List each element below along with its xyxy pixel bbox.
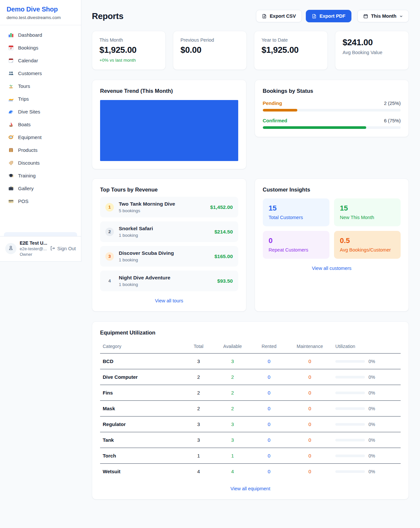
sign-out-icon (50, 246, 55, 252)
sidebar-item-tours[interactable]: Tours (4, 80, 77, 92)
tile-value: 15 (340, 204, 395, 213)
equipment-category: Tank (100, 432, 183, 448)
tile-value: 0.5 (340, 236, 395, 245)
utilization-bar (335, 470, 365, 473)
stat-card-year-to-date: Year to Date $1,925.00 (254, 31, 328, 70)
export-pdf-button[interactable]: Export PDF (306, 10, 351, 22)
equipment-rented: 0 (251, 432, 287, 448)
sidebar-item-gallery[interactable]: Gallery (4, 182, 77, 194)
period-dropdown[interactable]: This Month (357, 10, 409, 22)
view-all-equipment-link[interactable]: View all equipment (100, 486, 401, 491)
customer-insights-card: Customer Insights 15 Total Customers 15 … (255, 178, 409, 312)
sidebar-item-label: Dashboard (18, 32, 42, 38)
sidebar-item-label: Tours (18, 83, 30, 89)
equipment-category: Regulator (100, 416, 183, 432)
tile-label: Repeat Customers (269, 247, 324, 253)
island-icon (8, 83, 14, 89)
equipment-rented: 0 (251, 354, 287, 369)
tile-new-this-month: 15 New This Month (334, 198, 401, 226)
column-header-utilization: Utilization (333, 340, 401, 354)
status-bar-track (263, 109, 401, 112)
equipment-available: 3 (214, 354, 251, 369)
sidebar-item-label: Training (18, 173, 36, 178)
equipment-category: Torch (100, 448, 183, 464)
rank-badge: 3 (105, 252, 114, 261)
equipment-total: 2 (183, 385, 214, 401)
revenue-trend-title: Revenue Trend (This Month) (100, 88, 238, 94)
sidebar-item-label: Discounts (18, 160, 40, 166)
equipment-total: 3 (183, 432, 214, 448)
equipment-maintenance: 0 (287, 464, 333, 479)
sidebar-item-label: Bookings (18, 45, 38, 51)
stat-cards: This Month $1,925.00 +0% vs last month P… (92, 31, 409, 70)
calendar-icon (8, 57, 14, 63)
tour-bookings: 1 booking (119, 257, 174, 262)
tile-value: 15 (269, 204, 324, 213)
tour-bookings: 1 booking (119, 282, 170, 287)
equipment-utilization-title: Equipment Utilization (100, 330, 401, 336)
tour-name: Discover Scuba Diving (119, 250, 174, 256)
sidebar-item-boats[interactable]: Boats (4, 118, 77, 131)
sidebar-item-label: Dive Sites (18, 109, 40, 114)
utilization-bar (335, 407, 365, 410)
sidebar-item-bookings[interactable]: 17 Bookings (4, 41, 77, 54)
equipment-category: Fins (100, 385, 183, 401)
utilization-bar (335, 455, 365, 457)
equipment-category: Dive Computer (100, 369, 183, 385)
main-content: Reports Export CSV Export (81, 0, 420, 513)
tag-icon (8, 160, 14, 166)
rank-badge: 1 (105, 203, 114, 212)
export-csv-button[interactable]: Export CSV (256, 10, 302, 22)
tile-total-customers: 15 Total Customers (263, 198, 329, 226)
equipment-total: 2 (183, 369, 214, 385)
equipment-available: 3 (214, 416, 251, 432)
graduation-cap-icon (8, 173, 14, 178)
stat-card-avg-booking-value: $241.00 Avg Booking Value (335, 31, 409, 70)
stat-label: Previous Period (180, 37, 239, 43)
tile-repeat-customers: 0 Repeat Customers (263, 231, 329, 259)
sidebar-item-reports-active-partial[interactable] (4, 232, 77, 236)
tile-label: New This Month (340, 215, 395, 220)
sidebar-item-trips[interactable]: Trips (4, 92, 77, 105)
sidebar-item-products[interactable]: Products (4, 144, 77, 156)
sidebar-item-label: Products (18, 147, 37, 153)
sidebar-item-dashboard[interactable]: Dashboard (4, 29, 77, 41)
utilization-bar (335, 360, 365, 363)
tile-label: Total Customers (269, 215, 324, 220)
user-role: Owner (20, 252, 47, 257)
sidebar-item-discounts[interactable]: Discounts (4, 156, 77, 169)
utilization-bar (335, 439, 365, 441)
equipment-row: BCD 3 3 0 0 0% (100, 354, 401, 369)
status-label: Confirmed (263, 118, 287, 123)
utilization-percent: 0% (368, 437, 375, 443)
equipment-total: 4 (183, 464, 214, 479)
insight-tiles: 15 Total Customers 15 New This Month 0 R… (263, 198, 401, 259)
sidebar-item-dive-sites[interactable]: Dive Sites (4, 105, 77, 118)
sign-out-button[interactable]: Sign Out (50, 246, 76, 252)
charts-row: Revenue Trend (This Month) Bookings by S… (92, 80, 409, 169)
equipment-row: Torch 1 1 0 0 0% (100, 448, 401, 464)
sidebar-item-pos[interactable]: POS (4, 195, 77, 207)
equipment-category: BCD (100, 354, 183, 369)
customer-insights-title: Customer Insights (263, 187, 401, 193)
utilization-bar (335, 392, 365, 394)
sidebar-item-calendar[interactable]: Calendar (4, 54, 77, 67)
sidebar-item-training[interactable]: Training (4, 169, 77, 182)
sidebar-item-customers[interactable]: Customers (4, 67, 77, 79)
status-confirmed: Confirmed 6 (75%) (263, 118, 401, 129)
calendar-date-icon: 17 (8, 45, 14, 51)
speedboat-icon (8, 96, 14, 102)
equipment-rented: 0 (251, 385, 287, 401)
view-all-tours-link[interactable]: View all tours (100, 298, 238, 303)
sidebar-item-label: Calendar (18, 58, 38, 63)
view-all-customers-link[interactable]: View all customers (263, 266, 401, 271)
package-icon (8, 147, 14, 153)
column-header-total: Total (183, 340, 214, 354)
tour-bookings: 5 bookings (119, 208, 175, 213)
equipment-maintenance: 0 (287, 448, 333, 464)
status-bar-fill (263, 109, 297, 112)
utilization-percent: 0% (368, 406, 375, 411)
tour-name: Snorkel Safari (119, 226, 153, 232)
sidebar-item-equipment[interactable]: Equipment (4, 131, 77, 143)
bookings-by-status-title: Bookings by Status (263, 88, 401, 94)
